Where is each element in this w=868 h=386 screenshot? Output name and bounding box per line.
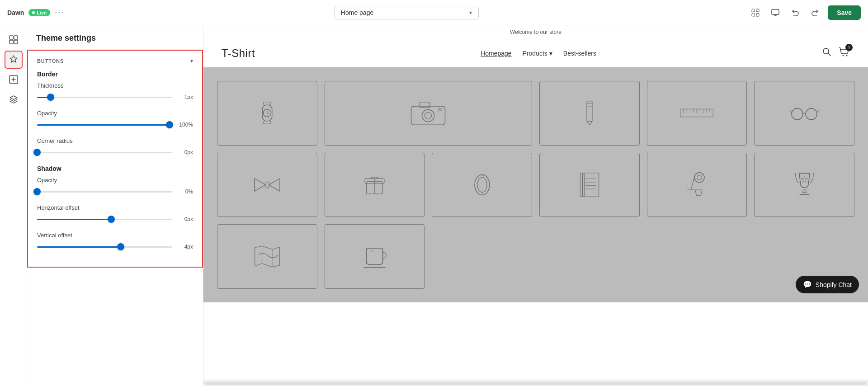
nav-products-arrow-icon: ▾ bbox=[549, 50, 552, 57]
vertical-offset-slider-wrapper[interactable] bbox=[37, 242, 172, 251]
search-icon[interactable] bbox=[822, 47, 832, 59]
hero-item-glasses bbox=[754, 81, 854, 146]
thickness-slider-row: Thickness 1px bbox=[37, 82, 193, 102]
buttons-section-header: BUTTONS ▾ bbox=[37, 58, 193, 64]
topbar-center: Home page ▾ bbox=[70, 6, 743, 19]
hero-item-map bbox=[217, 224, 317, 289]
sections-button[interactable] bbox=[5, 31, 23, 49]
border-opacity-value: 100% bbox=[177, 122, 193, 128]
save-button[interactable]: Save bbox=[828, 5, 861, 20]
cart-icon-wrapper[interactable]: 1 bbox=[839, 47, 850, 60]
selection-icon bbox=[751, 8, 760, 17]
preview-frame[interactable]: Welcome to our store T-Shirt Homepage Pr… bbox=[203, 25, 868, 380]
border-subsection-title: Border bbox=[37, 71, 193, 78]
preview-area: Welcome to our store T-Shirt Homepage Pr… bbox=[203, 25, 868, 386]
svg-point-17 bbox=[425, 113, 432, 119]
svg-rect-8 bbox=[14, 40, 18, 44]
border-opacity-slider-container: 100% bbox=[37, 120, 193, 129]
nav-link-homepage[interactable]: Homepage bbox=[481, 50, 512, 57]
horizontal-offset-track bbox=[37, 219, 172, 220]
nav-link-bestsellers[interactable]: Best-sellers bbox=[563, 50, 596, 57]
undo-button[interactable] bbox=[788, 5, 802, 20]
corner-radius-slider-wrapper[interactable] bbox=[37, 148, 172, 157]
border-opacity-slider-wrapper[interactable] bbox=[37, 120, 172, 129]
hero-item-bowtie bbox=[217, 153, 317, 217]
shadow-opacity-label: Opacity bbox=[37, 177, 193, 184]
svg-point-10 bbox=[823, 48, 829, 54]
svg-rect-20 bbox=[587, 101, 592, 122]
topbar-left: Dawn Live ··· bbox=[7, 8, 64, 17]
horizontal-offset-slider-container: 0px bbox=[37, 215, 193, 224]
selection-tool-button[interactable] bbox=[748, 5, 763, 20]
svg-rect-4 bbox=[772, 9, 779, 14]
shadow-opacity-value: 0% bbox=[177, 188, 193, 195]
thickness-thumb[interactable] bbox=[47, 94, 54, 101]
nav-link-products-label: Products bbox=[523, 50, 547, 57]
thickness-slider-wrapper[interactable] bbox=[37, 93, 172, 102]
svg-point-11 bbox=[843, 55, 844, 56]
vertical-offset-thumb[interactable] bbox=[117, 243, 124, 250]
shadow-opacity-slider-row: Opacity 0% bbox=[37, 177, 193, 196]
border-opacity-slider-row: Opacity 100% bbox=[37, 110, 193, 129]
theme-settings-button[interactable] bbox=[5, 51, 23, 69]
store-announcement-bar: Welcome to our store bbox=[203, 25, 868, 39]
svg-rect-2 bbox=[752, 14, 755, 16]
topbar-right: Save bbox=[748, 5, 861, 20]
border-opacity-fill bbox=[37, 124, 170, 126]
horizontal-offset-thumb[interactable] bbox=[108, 216, 115, 223]
svg-point-12 bbox=[846, 55, 848, 56]
border-opacity-thumb[interactable] bbox=[166, 121, 173, 128]
store-hero: 💬 Shopify Chat bbox=[203, 67, 868, 302]
chat-widget[interactable]: 💬 Shopify Chat bbox=[796, 276, 859, 293]
theme-icon bbox=[9, 55, 19, 65]
chat-label: Shopify Chat bbox=[816, 281, 852, 288]
thickness-label: Thickness bbox=[37, 82, 193, 89]
app-name: Dawn bbox=[7, 9, 24, 16]
thickness-value: 1px bbox=[177, 94, 193, 100]
desktop-icon bbox=[771, 8, 780, 17]
svg-point-19 bbox=[439, 108, 442, 111]
preview-bottom-scrollbar[interactable] bbox=[203, 380, 868, 386]
nav-link-products[interactable]: Products ▾ bbox=[523, 50, 552, 57]
cart-badge: 1 bbox=[845, 44, 853, 51]
svg-rect-18 bbox=[420, 102, 430, 108]
svg-rect-5 bbox=[9, 36, 13, 39]
settings-panel: Theme settings BUTTONS ▾ Border Thicknes… bbox=[27, 25, 203, 386]
more-options-button[interactable]: ··· bbox=[55, 8, 64, 17]
border-opacity-track bbox=[37, 124, 172, 126]
store-logo: T-Shirt bbox=[222, 47, 255, 60]
corner-radius-track bbox=[37, 152, 172, 153]
thickness-slider-container: 1px bbox=[37, 93, 193, 102]
vertical-offset-label: Vertical offset bbox=[37, 232, 193, 239]
store-nav-icons: 1 bbox=[822, 47, 850, 60]
svg-point-33 bbox=[792, 108, 803, 120]
horizontal-scrollbar-track bbox=[205, 382, 866, 385]
topbar: Dawn Live ··· Home page ▾ bbox=[0, 0, 868, 25]
hero-item-mug bbox=[325, 224, 425, 289]
settings-panel-content[interactable]: BUTTONS ▾ Border Thickness bbox=[27, 50, 203, 386]
layers-button[interactable] bbox=[5, 90, 23, 108]
store-nav-links: Homepage Products ▾ Best-sellers bbox=[481, 50, 596, 57]
hero-item-lens bbox=[432, 153, 532, 217]
hero-item-box bbox=[325, 153, 425, 217]
svg-point-16 bbox=[422, 110, 434, 122]
chevron-down-icon: ▾ bbox=[469, 9, 472, 16]
redo-button[interactable] bbox=[808, 5, 822, 20]
corner-radius-value: 0px bbox=[177, 149, 193, 155]
vertical-offset-slider-container: 4px bbox=[37, 242, 193, 251]
shadow-opacity-track bbox=[37, 191, 172, 193]
vertical-offset-fill bbox=[37, 246, 121, 248]
shadow-opacity-slider-wrapper[interactable] bbox=[37, 187, 172, 196]
corner-radius-label: Corner radius bbox=[37, 137, 193, 144]
shadow-opacity-thumb[interactable] bbox=[33, 188, 41, 195]
horizontal-offset-slider-wrapper[interactable] bbox=[37, 215, 172, 224]
add-icon bbox=[9, 75, 19, 85]
corner-radius-thumb[interactable] bbox=[33, 149, 41, 156]
add-section-button[interactable] bbox=[5, 71, 23, 89]
desktop-view-button[interactable] bbox=[768, 5, 783, 20]
hero-item-ruler bbox=[647, 81, 747, 146]
buttons-section-collapse-icon[interactable]: ▾ bbox=[190, 58, 193, 64]
icon-sidebar bbox=[0, 25, 27, 386]
buttons-section: BUTTONS ▾ Border Thickness bbox=[27, 50, 203, 268]
page-selector[interactable]: Home page ▾ bbox=[334, 6, 479, 19]
